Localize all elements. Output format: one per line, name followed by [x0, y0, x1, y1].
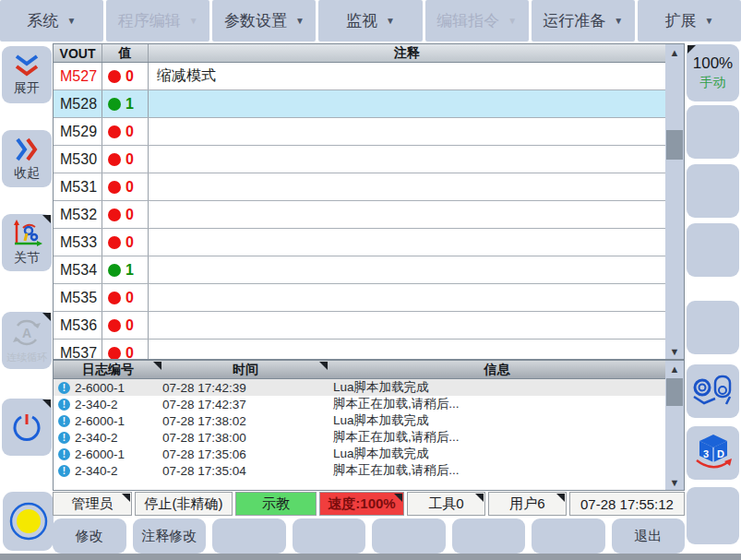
info-icon: !	[58, 382, 70, 394]
chevron-down-icon: ▼	[189, 16, 198, 26]
3d-view-icon: 3 D	[691, 433, 735, 473]
bottom-edge-strip	[0, 554, 741, 560]
menu-run-prepare[interactable]: 运行准备 ▼	[532, 0, 635, 42]
speed-percent-label: 100%	[693, 54, 733, 73]
io-row-m533[interactable]: M533 0	[54, 229, 684, 256]
right-key-4[interactable]	[687, 223, 739, 277]
info-icon: !	[58, 432, 70, 444]
state-dot	[108, 319, 121, 332]
io-row-m536[interactable]: M536 0	[54, 312, 684, 340]
servo-enable-button[interactable]	[3, 492, 54, 551]
scrollbar-thumb[interactable]	[666, 130, 683, 160]
exit-button[interactable]: 退出	[612, 518, 686, 554]
log-table-scrollbar[interactable]: ▲ ▼	[665, 361, 684, 490]
collapse-button[interactable]: 收起	[2, 130, 52, 187]
state-dot	[108, 70, 121, 83]
io-row-m531[interactable]: M531 0	[54, 173, 684, 201]
joint-label: 关节	[14, 250, 40, 267]
function-key-7[interactable]	[532, 518, 605, 554]
status-tool-frame[interactable]: 工具0	[407, 492, 485, 516]
function-key-6[interactable]	[452, 518, 526, 554]
menu-parameter-settings[interactable]: 参数设置 ▼	[212, 0, 316, 42]
function-key-5[interactable]	[372, 518, 446, 554]
bottom-function-bar: 修改 注释修改 退出	[53, 518, 685, 554]
speed-mode-button[interactable]: 100% 手动	[687, 44, 739, 101]
function-key-3[interactable]	[212, 518, 286, 554]
io-row-m537[interactable]: M537 0	[54, 340, 684, 360]
state-dot	[108, 125, 121, 138]
log-row[interactable]: ! 2-340-2 07-28 17:38:00 脚本正在加载,请稍后...	[54, 429, 684, 446]
info-icon: !	[58, 448, 70, 460]
scroll-up-icon[interactable]: ▲	[665, 361, 684, 376]
top-menu-bar: 系统 ▼ 程序编辑 ▼ 参数设置 ▼ 监视 ▼ 编辑指令 ▼ 运行准备 ▼ 扩展…	[0, 0, 741, 42]
log-row[interactable]: ! 2-6000-1 07-28 17:42:39 Lua脚本加载完成	[54, 379, 684, 396]
info-icon: !	[58, 399, 70, 411]
modify-button[interactable]: 修改	[53, 518, 126, 554]
log-row[interactable]: ! 2-6000-1 07-28 17:38:02 Lua脚本加载完成	[54, 412, 684, 429]
menu-monitor[interactable]: 监视 ▼	[318, 0, 422, 42]
log-table-body: ! 2-6000-1 07-28 17:42:39 Lua脚本加载完成 ! 2-…	[54, 379, 684, 490]
right-key-2[interactable]	[687, 105, 739, 159]
io-row-m527[interactable]: M527 0 缩减模式	[54, 63, 684, 90]
state-dot	[108, 98, 121, 111]
io-row-m530[interactable]: M530 0	[54, 146, 684, 173]
chevron-down-icon: ▼	[614, 16, 623, 26]
status-bar: 管理员 停止(非精确) 示教 速度:100% 工具0 用户6 07-28 17:…	[53, 492, 685, 516]
right-key-5[interactable]	[687, 301, 739, 354]
log-row[interactable]: ! 2-340-2 07-28 17:35:04 脚本正在加载,请稍后...	[54, 462, 684, 479]
menu-edit-command-label: 编辑指令	[436, 10, 499, 31]
io-row-m528[interactable]: M528 1	[54, 90, 684, 118]
chevron-down-icon: ▼	[67, 16, 77, 26]
scrollbar-thumb[interactable]	[666, 378, 683, 406]
chevron-down-icon: ▼	[508, 16, 517, 26]
io-row-m532[interactable]: M532 0	[54, 201, 684, 229]
info-icon: !	[58, 415, 70, 427]
status-speed[interactable]: 速度:100%	[319, 492, 404, 516]
right-key-3[interactable]	[687, 164, 739, 218]
right-key-8[interactable]	[687, 487, 739, 544]
info-icon: !	[58, 465, 70, 477]
io-row-m529[interactable]: M529 0	[54, 118, 684, 146]
chevron-down-icon: ▼	[704, 16, 713, 26]
view-3d-button[interactable]: 3 D	[687, 426, 739, 480]
function-key-4[interactable]	[293, 518, 366, 554]
state-dot	[108, 347, 121, 360]
menu-program-edit-label: 程序编辑	[118, 10, 181, 31]
svg-text:3: 3	[702, 448, 708, 459]
scroll-down-icon[interactable]: ▼	[665, 343, 684, 359]
state-dot	[108, 292, 121, 304]
robot-axes-icon	[10, 219, 43, 248]
status-user-frame[interactable]: 用户6	[488, 492, 567, 516]
menu-system[interactable]: 系统 ▼	[0, 0, 103, 42]
menu-program-edit: 程序编辑 ▼	[106, 0, 209, 42]
continuous-cycle-button[interactable]: A 连续循环	[2, 312, 52, 369]
menu-extend[interactable]: 扩展 ▼	[638, 0, 741, 42]
scroll-up-icon[interactable]: ▲	[665, 44, 684, 60]
pendant-jog-button[interactable]	[687, 364, 739, 418]
auto-cycle-icon: A	[10, 317, 43, 349]
comment-modify-button[interactable]: 注释修改	[133, 518, 207, 554]
io-table: VOUT 值 注释 M527 0 缩减模式 M528 1 M529 0 M530…	[53, 43, 685, 360]
status-user-level[interactable]: 管理员	[53, 492, 132, 516]
io-table-body: M527 0 缩减模式 M528 1 M529 0 M530 0 M531 0	[54, 63, 684, 360]
double-chevron-down-icon	[11, 53, 42, 78]
power-button[interactable]	[2, 399, 52, 456]
log-col-time-header: 时间	[162, 361, 329, 378]
log-table: 日志编号 时间 信息 ! 2-6000-1 07-28 17:42:39 Lua…	[53, 360, 685, 491]
chevron-down-icon: ▼	[295, 16, 305, 26]
joint-coordinate-button[interactable]: 关节	[2, 214, 52, 271]
log-row[interactable]: ! 2-340-2 07-28 17:42:37 脚本正在加载,请稍后...	[54, 396, 684, 412]
io-col-comment-header: 注释	[149, 44, 665, 62]
io-table-scrollbar[interactable]: ▲ ▼	[665, 44, 684, 359]
scroll-down-icon[interactable]: ▼	[665, 474, 684, 490]
menu-parameter-settings-label: 参数设置	[224, 10, 287, 31]
io-row-m534[interactable]: M534 1	[54, 256, 684, 284]
menu-run-prepare-label: 运行准备	[543, 10, 605, 31]
io-row-m535[interactable]: M535 0	[54, 284, 684, 312]
io-table-header: VOUT 值 注释	[54, 44, 684, 63]
menu-extend-label: 扩展	[664, 10, 696, 31]
expand-button[interactable]: 展开	[2, 46, 52, 103]
log-row[interactable]: ! 2-6000-1 07-28 17:35:06 Lua脚本加载完成	[54, 446, 684, 462]
menu-monitor-label: 监视	[346, 10, 377, 31]
servo-enable-icon	[8, 501, 49, 542]
